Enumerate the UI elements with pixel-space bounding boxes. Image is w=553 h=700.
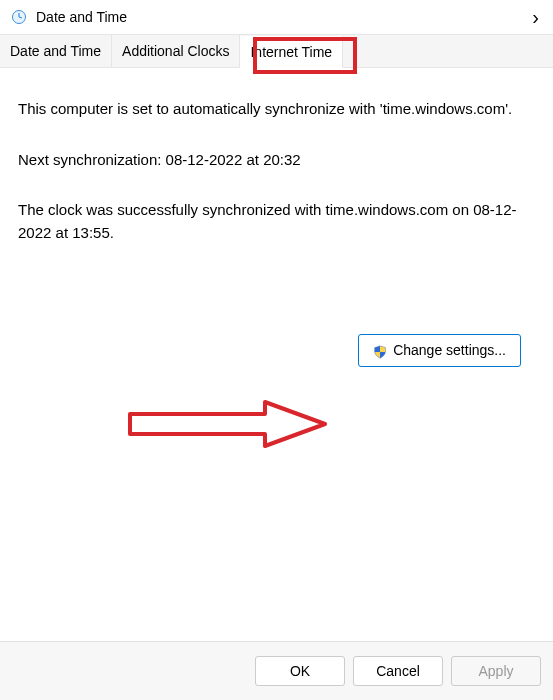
ok-button[interactable]: OK <box>255 656 345 686</box>
titlebar: Date and Time › <box>0 0 553 34</box>
dialog-button-bar: OK Cancel Apply <box>0 641 553 700</box>
close-icon[interactable]: › <box>528 6 543 29</box>
last-sync-text: The clock was successfully synchronized … <box>18 199 535 244</box>
tab-date-time[interactable]: Date and Time <box>0 35 112 67</box>
shield-icon <box>373 344 387 358</box>
change-settings-button[interactable]: Change settings... <box>358 334 521 367</box>
next-sync-text: Next synchronization: 08-12-2022 at 20:3… <box>18 149 535 172</box>
tabstrip: Date and Time Additional Clocks Internet… <box>0 34 553 68</box>
sync-info-text: This computer is set to automatically sy… <box>18 98 535 121</box>
tab-internet-time[interactable]: Internet Time <box>240 36 343 68</box>
tab-content: This computer is set to automatically sy… <box>0 68 553 385</box>
apply-button[interactable]: Apply <box>451 656 541 686</box>
clock-icon <box>10 8 28 26</box>
change-settings-label: Change settings... <box>393 340 506 361</box>
window-title: Date and Time <box>36 9 528 25</box>
tab-additional-clocks[interactable]: Additional Clocks <box>112 35 240 67</box>
change-settings-row: Change settings... <box>18 334 535 367</box>
cancel-button[interactable]: Cancel <box>353 656 443 686</box>
annotation-arrow <box>125 396 330 452</box>
